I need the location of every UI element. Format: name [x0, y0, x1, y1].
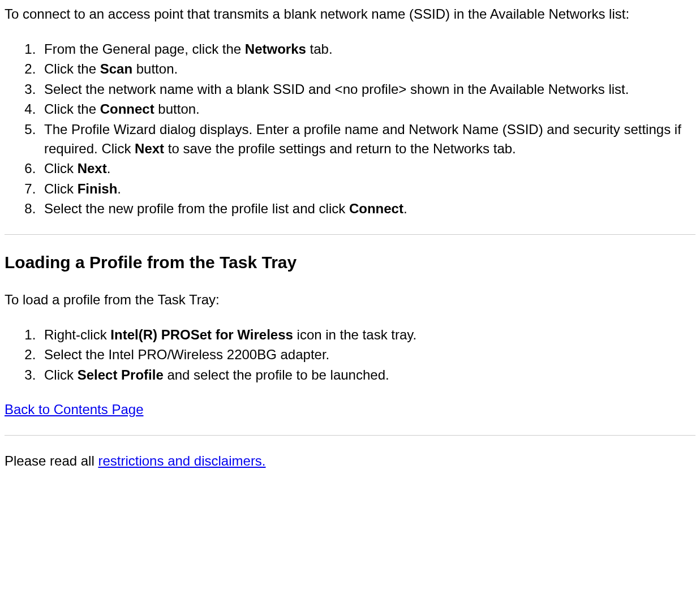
steps-list-2: Right-click Intel(R) PROSet for Wireless…	[5, 325, 695, 385]
steps-list-1: From the General page, click the Network…	[5, 40, 695, 218]
bold: Connect	[349, 201, 403, 216]
text: Right-click	[44, 327, 110, 342]
text: .	[117, 181, 121, 196]
intro-paragraph-1: To connect to an access point that trans…	[5, 5, 695, 24]
bold: Intel(R) PROSet for Wireless	[110, 327, 293, 342]
step-5: The Profile Wizard dialog displays. Ente…	[40, 120, 695, 158]
step-2: Select the Intel PRO/Wireless 2200BG ada…	[40, 345, 695, 364]
text: From the General page, click the	[44, 41, 245, 57]
step-3: Click Select Profile and select the prof…	[40, 365, 695, 385]
divider	[5, 435, 695, 436]
bold: Finish	[78, 181, 118, 196]
text: .	[107, 161, 111, 176]
text: and select the profile to be launched.	[164, 367, 389, 382]
bold: Connect	[100, 101, 154, 117]
bold: Next	[78, 161, 107, 176]
heading-task-tray: Loading a Profile from the Task Tray	[5, 251, 695, 274]
text: button.	[154, 101, 200, 117]
back-to-contents-link[interactable]: Back to Contents Page	[5, 402, 143, 417]
footer-paragraph: Please read all restrictions and disclai…	[5, 451, 695, 471]
text: .	[403, 201, 407, 216]
text: Click the	[44, 101, 100, 117]
bold: Next	[135, 141, 164, 156]
text: to save the profile settings and return …	[164, 141, 516, 156]
divider	[5, 234, 695, 235]
step-8: Select the new profile from the profile …	[40, 199, 695, 218]
step-1: From the General page, click the Network…	[40, 40, 695, 59]
step-1: Right-click Intel(R) PROSet for Wireless…	[40, 325, 695, 345]
text: button.	[132, 61, 178, 76]
intro-paragraph-2: To load a profile from the Task Tray:	[5, 290, 695, 309]
text: Select the new profile from the profile …	[44, 201, 349, 216]
text: Click	[44, 367, 78, 382]
text: tab.	[306, 41, 333, 57]
back-link-paragraph: Back to Contents Page	[5, 400, 695, 419]
step-3: Select the network name with a blank SSI…	[40, 80, 695, 99]
restrictions-link[interactable]: restrictions and disclaimers.	[98, 453, 265, 468]
text: Click	[44, 161, 78, 176]
bold: Select Profile	[78, 367, 164, 382]
bold: Scan	[100, 61, 132, 76]
step-2: Click the Scan button.	[40, 59, 695, 79]
step-7: Click Finish.	[40, 179, 695, 199]
text: Click the	[44, 61, 100, 76]
bold: Networks	[245, 41, 306, 57]
text: Click	[44, 181, 78, 196]
text: Please read all	[5, 453, 98, 468]
step-4: Click the Connect button.	[40, 100, 695, 119]
step-6: Click Next.	[40, 159, 695, 178]
text: icon in the task tray.	[293, 327, 416, 342]
